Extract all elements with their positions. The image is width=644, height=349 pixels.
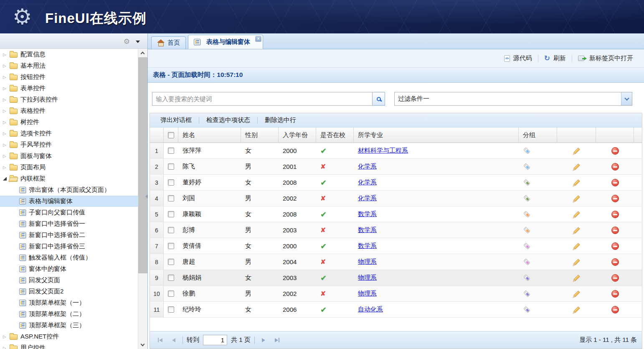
table-row[interactable]: 1张萍萍女2000✔材料科学与工程系: [150, 143, 642, 159]
row-checkbox[interactable]: [168, 243, 174, 249]
table-row[interactable]: 3董婷婷女2008✔化学系: [150, 175, 642, 191]
sidebar-item[interactable]: 弹出窗体（本页面或父页面）: [0, 184, 138, 196]
sidebar-item[interactable]: 表格与编辑窗体: [0, 196, 138, 207]
edit-pencil-icon[interactable]: [573, 211, 580, 218]
sidebar-item[interactable]: 顶部菜单框架（二）: [0, 308, 138, 320]
row-checkbox[interactable]: [168, 148, 174, 154]
major-link[interactable]: 材料科学与工程系: [358, 147, 408, 155]
delete-icon[interactable]: [611, 274, 619, 282]
tree-collapsed-icon[interactable]: ▷: [3, 346, 9, 349]
sidebar-item[interactable]: 顶部菜单框架（一）: [0, 297, 138, 308]
header-gender[interactable]: 性别: [241, 127, 279, 143]
tab-grid-edit-window[interactable]: 表格与编辑窗体 ×: [188, 35, 263, 49]
cell-group[interactable]: [519, 143, 557, 158]
major-link[interactable]: 自动化系: [358, 306, 383, 313]
sidebar-item[interactable]: 新窗口中选择省份三: [0, 241, 138, 252]
sidebar-item[interactable]: ▷页面布局: [0, 162, 138, 173]
major-link[interactable]: 化学系: [358, 178, 377, 186]
next-page-button[interactable]: [259, 338, 269, 342]
sidebar-item[interactable]: 顶部菜单框架（三）: [0, 320, 138, 331]
header-year[interactable]: 入学年份: [279, 127, 316, 143]
settings-gear-icon[interactable]: ⚙: [124, 37, 130, 46]
major-link[interactable]: 化学系: [358, 163, 377, 171]
sidebar-item[interactable]: 触发器输入框（传值）: [0, 252, 138, 263]
row-checkbox[interactable]: [168, 259, 174, 265]
sidebar-item[interactable]: ▷基本用法: [0, 60, 138, 71]
row-checkbox[interactable]: [168, 227, 174, 233]
open-new-tab-button[interactable]: 新标签页中打开: [572, 53, 639, 64]
scroll-down-button[interactable]: [138, 341, 147, 349]
sidebar-item[interactable]: ▷表单控件: [0, 83, 138, 94]
sidebar-item[interactable]: 内联框架: [0, 173, 138, 184]
tree-collapsed-icon[interactable]: ▷: [3, 109, 9, 113]
sidebar-item[interactable]: ▷树控件: [0, 117, 138, 128]
table-row[interactable]: 10徐鹏男2002✘物理系: [150, 286, 642, 302]
cell-group[interactable]: [519, 222, 557, 238]
table-row[interactable]: 11纪玲玲女2006✔自动化系: [150, 302, 642, 318]
tree-collapsed-icon[interactable]: ▷: [3, 143, 9, 147]
prev-page-button[interactable]: [169, 338, 179, 342]
last-page-button[interactable]: [272, 338, 282, 342]
cell-group[interactable]: [519, 270, 557, 285]
edit-pencil-icon[interactable]: [573, 243, 580, 250]
search-button[interactable]: [373, 92, 385, 106]
edit-pencil-icon[interactable]: [573, 306, 580, 313]
cell-group[interactable]: [519, 254, 557, 270]
sidebar-scrollbar[interactable]: [138, 49, 147, 349]
edit-pencil-icon[interactable]: [573, 275, 580, 281]
edit-pencil-icon[interactable]: [573, 290, 580, 297]
cell-group[interactable]: [519, 191, 557, 206]
sidebar-item[interactable]: 新窗口中选择省份二: [0, 229, 138, 241]
delete-selected-button[interactable]: 删除选中行: [258, 116, 303, 124]
row-checkbox[interactable]: [168, 306, 174, 313]
sidebar-item[interactable]: ▷按钮控件: [0, 71, 138, 83]
filter-dropdown[interactable]: 过滤条件一: [394, 92, 632, 106]
tree-collapsed-icon[interactable]: ▷: [3, 97, 9, 102]
cell-group[interactable]: [519, 175, 557, 190]
delete-icon[interactable]: [611, 163, 619, 171]
sidebar-item[interactable]: 回发父页面2: [0, 286, 138, 297]
cell-group[interactable]: [519, 238, 557, 254]
row-checkbox[interactable]: [168, 211, 174, 217]
edit-pencil-icon[interactable]: [573, 195, 580, 202]
tree-collapsed-icon[interactable]: ▷: [3, 86, 9, 91]
delete-icon[interactable]: [611, 242, 619, 250]
sidebar-item[interactable]: 子窗口向父窗口传值: [0, 207, 138, 218]
major-link[interactable]: 化学系: [358, 194, 377, 202]
tree-collapsed-icon[interactable]: ▷: [3, 52, 9, 57]
delete-icon[interactable]: [611, 195, 619, 202]
search-input[interactable]: [152, 92, 373, 106]
sidebar-item[interactable]: ▷下拉列表控件: [0, 94, 138, 105]
tree-collapsed-icon[interactable]: ▷: [3, 75, 9, 79]
first-page-button[interactable]: [155, 338, 165, 342]
table-row[interactable]: 6彭博男2003✘数学系: [150, 222, 642, 238]
row-checkbox[interactable]: [168, 275, 174, 281]
dropdown-button[interactable]: [621, 92, 632, 105]
sidebar-item[interactable]: ▷用户控件: [0, 342, 138, 349]
major-link[interactable]: 物理系: [358, 274, 377, 282]
major-link[interactable]: 数学系: [358, 210, 377, 218]
source-code-button[interactable]: <> 源代码: [498, 53, 538, 64]
page-number-input[interactable]: [203, 335, 227, 345]
major-link[interactable]: 数学系: [358, 226, 377, 234]
cell-group[interactable]: [519, 286, 557, 301]
delete-icon[interactable]: [611, 306, 619, 313]
edit-pencil-icon[interactable]: [573, 179, 580, 186]
tab-home[interactable]: 首页: [151, 36, 186, 49]
table-row[interactable]: 2陈飞男2001✘化学系: [150, 159, 642, 175]
delete-icon[interactable]: [611, 258, 619, 266]
scroll-up-button[interactable]: [138, 49, 147, 57]
sidebar-item[interactable]: 回发父页面: [0, 275, 138, 286]
table-row[interactable]: 4刘国男2002✘化学系: [150, 191, 642, 206]
tree-collapsed-icon[interactable]: ▷: [3, 165, 9, 170]
table-row[interactable]: 9杨娟娟女2003✔物理系: [150, 270, 642, 286]
settings-dropdown-caret-icon[interactable]: [136, 41, 140, 43]
table-row[interactable]: 7黄倩倩女2000✔数学系: [150, 238, 642, 254]
sidebar-item[interactable]: ▷面板与窗体: [0, 150, 138, 162]
header-at-school[interactable]: 是否在校: [316, 127, 354, 143]
major-link[interactable]: 数学系: [358, 242, 377, 250]
cell-group[interactable]: [519, 159, 557, 174]
scrollbar-thumb[interactable]: [138, 57, 147, 273]
row-checkbox[interactable]: [168, 163, 174, 170]
tree-collapsed-icon[interactable]: ▷: [3, 334, 9, 339]
